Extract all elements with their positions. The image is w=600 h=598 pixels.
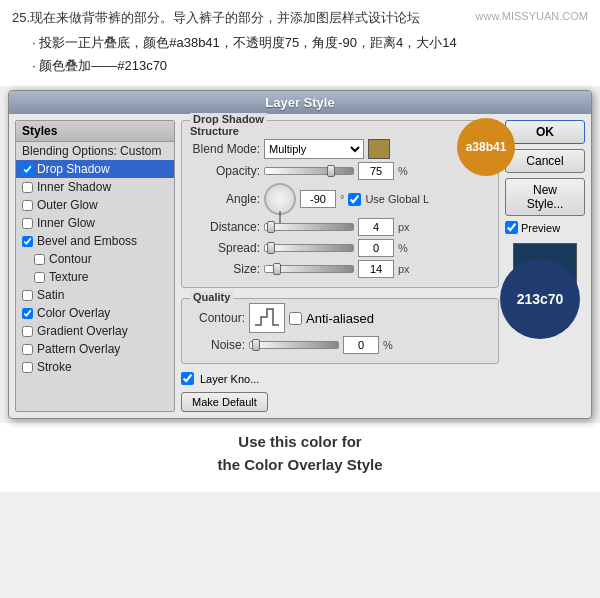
bevel-emboss-checkbox[interactable] [22, 236, 33, 247]
contour-item[interactable]: Contour [16, 250, 174, 268]
contour-row: Contour: Anti-aliased [190, 303, 490, 333]
bottom-note-line1: Use this color for [16, 431, 584, 454]
bottom-note-line2: the Color Overlay Style [16, 454, 584, 477]
angle-wheel[interactable] [264, 183, 296, 215]
opacity-label: Opacity: [190, 164, 260, 178]
color-overlay-checkbox[interactable] [22, 308, 33, 319]
size-input[interactable] [358, 260, 394, 278]
inner-shadow-item[interactable]: Inner Shadow [16, 178, 174, 196]
noise-input[interactable] [343, 336, 379, 354]
dialog-title: Layer Style [9, 91, 591, 114]
outer-glow-label: Outer Glow [37, 198, 98, 212]
inner-glow-item[interactable]: Inner Glow [16, 214, 174, 232]
contour-form-label: Contour: [190, 311, 245, 325]
stroke-label: Stroke [37, 360, 72, 374]
drop-shadow-item[interactable]: Drop Shadow [16, 160, 174, 178]
color-bubble-blue: 213c70 [500, 259, 580, 339]
contour-label: Contour [49, 252, 92, 266]
quality-section-title: Quality [190, 291, 233, 303]
contour-checkbox[interactable] [34, 254, 45, 265]
angle-input[interactable] [300, 190, 336, 208]
outer-glow-checkbox[interactable] [22, 200, 33, 211]
angle-row: Angle: ° Use Global L [190, 183, 490, 215]
noise-unit: % [383, 339, 393, 351]
use-global-light-label: Use Global L [365, 193, 429, 205]
blend-mode-label: Blend Mode: [190, 142, 260, 156]
ok-button[interactable]: OK [505, 120, 585, 144]
noise-label: Noise: [190, 338, 245, 352]
bevel-emboss-item[interactable]: Bevel and Emboss [16, 232, 174, 250]
new-style-button[interactable]: New Style... [505, 178, 585, 216]
color-overlay-item[interactable]: Color Overlay [16, 304, 174, 322]
opacity-input[interactable] [358, 162, 394, 180]
distance-input[interactable] [358, 218, 394, 236]
inner-shadow-label: Inner Shadow [37, 180, 111, 194]
outer-glow-item[interactable]: Outer Glow [16, 196, 174, 214]
texture-label: Texture [49, 270, 88, 284]
texture-checkbox[interactable] [34, 272, 45, 283]
spread-thumb [267, 242, 275, 254]
angle-line-indicator [280, 211, 281, 223]
drop-shadow-section-title: Drop Shadow [190, 113, 267, 125]
preview-label: Preview [521, 222, 560, 234]
pattern-overlay-item[interactable]: Pattern Overlay [16, 340, 174, 358]
size-label: Size: [190, 262, 260, 276]
color-bubble-orange: a38b41 [457, 118, 515, 176]
gradient-overlay-label: Gradient Overlay [37, 324, 128, 338]
inner-glow-checkbox[interactable] [22, 218, 33, 229]
size-unit: px [398, 263, 410, 275]
drop-shadow-checkbox[interactable] [22, 164, 33, 175]
angle-container: ° Use Global L [264, 183, 429, 215]
spread-unit: % [398, 242, 408, 254]
anti-aliased-checkbox[interactable] [289, 312, 302, 325]
size-slider[interactable] [264, 265, 354, 273]
blending-options-item[interactable]: Blending Options: Custom [16, 142, 174, 160]
distance-thumb [267, 221, 275, 233]
use-global-light-checkbox[interactable] [348, 193, 361, 206]
opacity-row: Opacity: % [190, 162, 490, 180]
stroke-checkbox[interactable] [22, 362, 33, 373]
instruction-bullet2: · 颜色叠加——#213c70 [12, 56, 588, 77]
stroke-item[interactable]: Stroke [16, 358, 174, 376]
styles-panel-header: Styles [16, 121, 174, 142]
pattern-overlay-checkbox[interactable] [22, 344, 33, 355]
watermark-text: www.MISSYUAN.COM [476, 8, 588, 26]
make-default-button[interactable]: Make Default [181, 392, 268, 412]
noise-thumb [252, 339, 260, 351]
opacity-thumb [327, 165, 335, 177]
inner-glow-label: Inner Glow [37, 216, 95, 230]
gradient-overlay-checkbox[interactable] [22, 326, 33, 337]
inner-shadow-checkbox[interactable] [22, 182, 33, 193]
preview-row: Preview [505, 221, 585, 234]
layer-knock-checkbox[interactable] [181, 372, 194, 385]
distance-slider[interactable] [264, 223, 354, 231]
noise-slider[interactable] [249, 341, 339, 349]
angle-degree: ° [340, 193, 344, 205]
size-row: Size: px [190, 260, 490, 278]
satin-item[interactable]: Satin [16, 286, 174, 304]
blend-mode-select[interactable]: Multiply [264, 139, 364, 159]
blend-mode-row: Blend Mode: Multiply [190, 139, 490, 159]
bottom-note: Use this color for the Color Overlay Sty… [0, 423, 600, 492]
pattern-overlay-label: Pattern Overlay [37, 342, 120, 356]
drop-shadow-section: Drop Shadow Structure Blend Mode: Multip… [181, 120, 499, 288]
styles-panel: Styles Blending Options: Custom Drop Sha… [15, 120, 175, 412]
spread-input[interactable] [358, 239, 394, 257]
top-text-area: www.MISSYUAN.COM 25.现在来做背带裤的部分。导入裤子的部分，并… [0, 0, 600, 86]
cancel-button[interactable]: Cancel [505, 149, 585, 173]
blend-mode-color-swatch[interactable] [368, 139, 390, 159]
angle-label: Angle: [190, 192, 260, 206]
satin-checkbox[interactable] [22, 290, 33, 301]
texture-item[interactable]: Texture [16, 268, 174, 286]
structure-label: Structure [190, 125, 490, 137]
contour-thumbnail[interactable] [249, 303, 285, 333]
layer-knock-label: Layer Kno... [200, 373, 259, 385]
spread-row: Spread: % [190, 239, 490, 257]
dialog-wrapper: Layer Style Styles Blending Options: Cus… [0, 90, 600, 419]
opacity-slider[interactable] [264, 167, 354, 175]
distance-unit: px [398, 221, 410, 233]
spread-slider[interactable] [264, 244, 354, 252]
preview-checkbox[interactable] [505, 221, 518, 234]
main-panel: Drop Shadow Structure Blend Mode: Multip… [181, 120, 499, 412]
gradient-overlay-item[interactable]: Gradient Overlay [16, 322, 174, 340]
